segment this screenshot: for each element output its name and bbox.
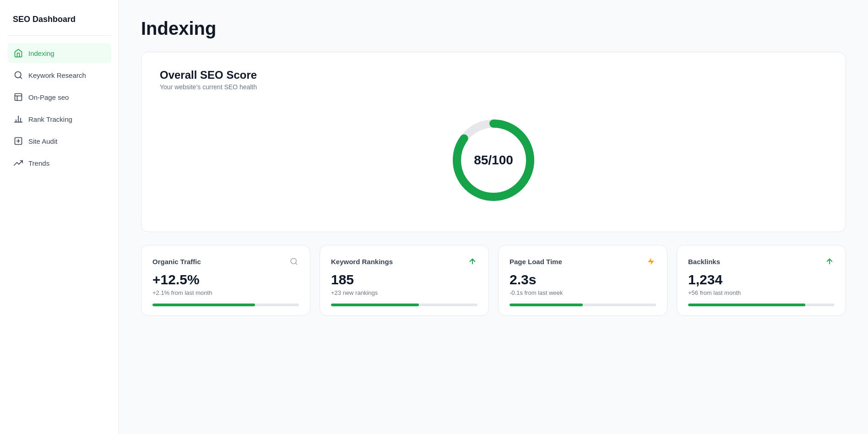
metric-bar-fill [688, 304, 805, 306]
donut-label: 85/100 [474, 153, 513, 168]
seo-score-subtitle: Your website's current SEO health [160, 83, 257, 91]
metric-bar-bg [510, 304, 656, 306]
sidebar-item-label: Trends [28, 159, 49, 167]
main-content: Indexing Overall SEO Score Your website'… [119, 0, 868, 434]
metric-bar-fill [152, 304, 255, 306]
sidebar-item-indexing[interactable]: Indexing [7, 43, 111, 63]
home-icon [14, 49, 23, 58]
metric-header: Keyword Rankings [331, 256, 477, 266]
svg-line-15 [295, 263, 297, 264]
sidebar-item-rank-tracking[interactable]: Rank Tracking [7, 109, 111, 129]
metric-header: Organic Traffic [152, 256, 299, 266]
metric-value: 2.3s [510, 272, 656, 288]
sidebar-item-label: Rank Tracking [28, 115, 72, 123]
sidebar-item-label: Indexing [28, 49, 54, 57]
metric-card-organic-traffic: Organic Traffic +12.5% +2.1% from last m… [141, 245, 310, 316]
metric-bar-fill [510, 304, 583, 306]
metric-bar-bg [688, 304, 835, 306]
sidebar-item-keyword-research[interactable]: Keywork Research [7, 65, 111, 85]
search-icon [289, 256, 299, 266]
plus-square-icon [14, 136, 23, 146]
donut-wrapper: 85/100 [448, 114, 539, 206]
metric-name: Organic Traffic [152, 258, 201, 266]
sidebar-item-label: Site Audit [28, 137, 57, 145]
metric-value: 185 [331, 272, 477, 288]
metric-value: +12.5% [152, 272, 299, 288]
sidebar-item-label: Keywork Research [28, 71, 86, 79]
metric-change: +23 new rankings [331, 289, 477, 296]
metric-card-page-load-time: Page Load Time 2.3s -0.1s from last week [498, 245, 667, 316]
sidebar-item-site-audit[interactable]: Site Audit [7, 131, 111, 151]
arrow-up-icon [467, 256, 477, 266]
sidebar-item-on-page-seo[interactable]: On-Page seo [7, 87, 111, 107]
metric-change: +2.1% from last month [152, 289, 299, 296]
metric-bar-bg [152, 304, 299, 306]
chart-bar-icon [14, 114, 23, 124]
seo-score-title: Overall SEO Score [160, 69, 257, 81]
metric-change: -0.1s from last week [510, 289, 656, 296]
bolt-icon [646, 256, 656, 266]
sidebar-nav: Indexing Keywork Research On-Page seo [7, 43, 111, 175]
sidebar-item-trends[interactable]: Trends [7, 153, 111, 173]
metric-bar-fill [331, 304, 419, 306]
svg-rect-2 [15, 94, 22, 101]
metric-value: 1,234 [688, 272, 835, 288]
metric-bar-bg [331, 304, 477, 306]
donut-chart-container: 85/100 [160, 105, 827, 215]
document-icon [14, 92, 23, 102]
metrics-row: Organic Traffic +12.5% +2.1% from last m… [141, 245, 846, 316]
arrow-up-icon [825, 256, 835, 266]
metric-header: Page Load Time [510, 256, 656, 266]
sidebar: SEO Dashboard Indexing Keywork Research [0, 0, 119, 434]
metric-name: Backlinks [688, 258, 720, 266]
metric-change: +56 from last month [688, 289, 835, 296]
seo-score-card: Overall SEO Score Your website's current… [141, 52, 846, 232]
metric-card-keyword-rankings: Keyword Rankings 185 +23 new rankings [320, 245, 489, 316]
metric-name: Page Load Time [510, 258, 562, 266]
trending-up-icon [14, 158, 23, 168]
sidebar-item-label: On-Page seo [28, 93, 69, 101]
metric-card-backlinks: Backlinks 1,234 +56 from last month [677, 245, 846, 316]
page-title: Indexing [141, 18, 846, 39]
sidebar-title: SEO Dashboard [7, 11, 111, 36]
metric-name: Keyword Rankings [331, 258, 393, 266]
metric-header: Backlinks [688, 256, 835, 266]
search-icon [14, 71, 23, 80]
svg-line-1 [20, 77, 22, 79]
